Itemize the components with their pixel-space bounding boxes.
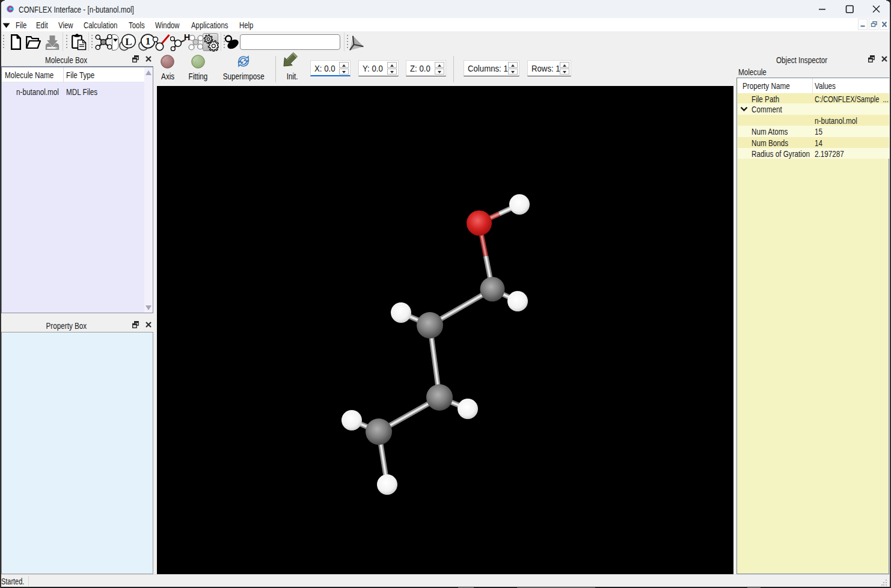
svg-text:1: 1 xyxy=(145,35,151,47)
svg-text:L: L xyxy=(125,36,132,47)
